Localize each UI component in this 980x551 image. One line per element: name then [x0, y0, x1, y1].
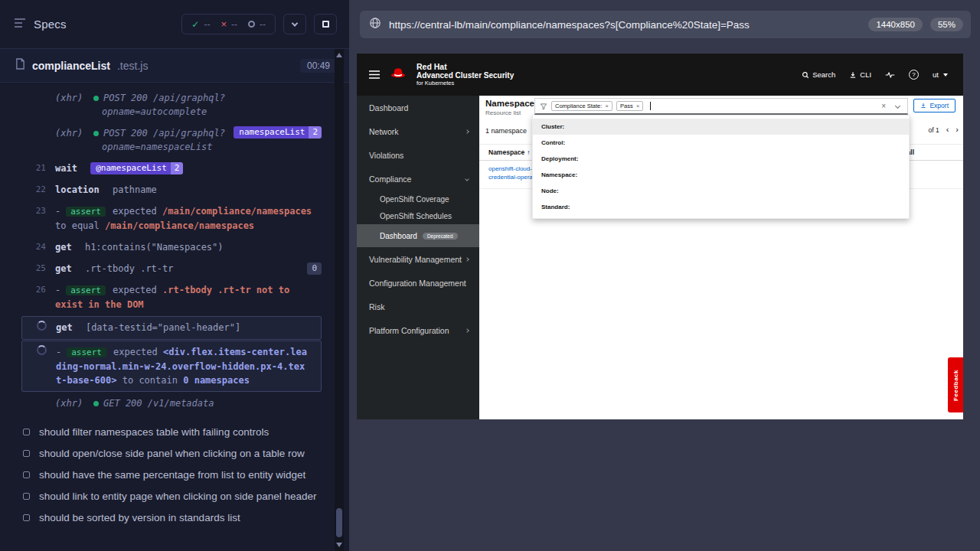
- export-button[interactable]: Export: [913, 99, 956, 112]
- pending-test-list: should filter namespaces table with fail…: [0, 422, 349, 529]
- nav-item-compliance-dashboard[interactable]: DashboardDeprecated: [357, 224, 479, 247]
- log-row-xhr-autocomplete[interactable]: (xhr) POST 200 /api/graphql? opname=auto…: [0, 87, 349, 122]
- aut-stage: https://central-lb/main/compliance/names…: [349, 0, 980, 551]
- line-gutter: [21, 396, 46, 410]
- log-row-assert-url[interactable]: 23 -assertexpected /main/compliance/name…: [0, 201, 349, 236]
- scroll-down-arrow-icon[interactable]: [336, 543, 342, 547]
- nav-item-risk[interactable]: Risk: [357, 295, 479, 318]
- test-state-icon: [23, 493, 30, 500]
- chevron-right-icon: [465, 257, 469, 262]
- log-row-assert-panel-active[interactable]: -assertexpected <div.flex.items-center.l…: [21, 341, 322, 392]
- alias-badge: @namespaceList2: [90, 162, 183, 174]
- log-row-wait[interactable]: 21 wait @namespaceList2: [0, 158, 349, 179]
- log-row-xhr-metadata[interactable]: (xhr) GET 200 /v1/metadata: [0, 393, 349, 414]
- nav-item-platform-configuration[interactable]: Platform Configuration: [357, 318, 479, 342]
- assert-dash: -: [55, 285, 60, 295]
- nav-item-configuration-management[interactable]: Configuration Management: [357, 271, 479, 295]
- assert-badge: assert: [66, 207, 106, 217]
- log-row-location[interactable]: 22 location pathname: [0, 179, 349, 201]
- filter-toolbar[interactable]: Compliance State:× Pass× ×: [534, 98, 908, 115]
- log-row-get-rows[interactable]: 25 get .rt-tbody .rt-tr 0: [0, 258, 349, 279]
- command-name: get: [55, 242, 72, 253]
- help-icon[interactable]: ?: [909, 70, 919, 80]
- pending-test[interactable]: should be sorted by version in standards…: [0, 507, 349, 529]
- scrollbar-thumb[interactable]: [336, 508, 342, 537]
- pending-test[interactable]: should open/close side panel when clicki…: [0, 443, 349, 465]
- column-namespace[interactable]: Namespace↑: [488, 148, 530, 156]
- passed-count: ✓--: [191, 19, 210, 30]
- url-bar[interactable]: https://central-lb/main/compliance/names…: [360, 11, 971, 38]
- spinner-icon: [37, 345, 47, 355]
- test-state-icon: [23, 429, 30, 435]
- nav-item-network[interactable]: Network: [357, 119, 479, 143]
- application-frame: Red Hat Advanced Cluster Security for Ku…: [357, 54, 963, 419]
- dropdown-item-control[interactable]: Control:: [533, 135, 909, 151]
- xhr-status: POST 200 /api/graphql?: [103, 126, 225, 140]
- pending-test[interactable]: should link to entity page when clicking…: [0, 486, 349, 507]
- nav-toggle-icon[interactable]: [369, 68, 380, 82]
- cli-download-button[interactable]: CLI: [849, 70, 871, 79]
- pending-test[interactable]: should have the same percentage from lis…: [0, 465, 349, 486]
- download-icon: [849, 71, 857, 79]
- log-row-get-panel-header-active[interactable]: get [data-testid="panel-header"]: [21, 316, 322, 340]
- close-icon[interactable]: ×: [605, 103, 609, 109]
- nav-item-vulnerability-management[interactable]: Vulnerability Management: [357, 247, 479, 271]
- xhr-status: POST 200 /api/graphql?: [103, 91, 225, 105]
- chevron-right-icon: [465, 129, 469, 134]
- dropdown-item-cluster[interactable]: Cluster:: [533, 119, 909, 135]
- element-count-badge: 0: [307, 262, 322, 275]
- download-icon: [920, 103, 926, 109]
- nav-item-violations[interactable]: Violations: [357, 143, 479, 167]
- spec-header[interactable]: complianceList .test.js 00:49: [0, 49, 349, 83]
- dropdown-item-node[interactable]: Node:: [533, 183, 909, 199]
- activity-icon[interactable]: [885, 71, 895, 79]
- dropdown-item-standard[interactable]: Standard:: [533, 199, 909, 215]
- test-stats: ✓-- ×-- --: [181, 14, 276, 34]
- next-page-button[interactable]: ›: [956, 126, 959, 134]
- filter-chip-compliance-state[interactable]: Compliance State:×: [551, 101, 612, 111]
- nav-item-dashboard[interactable]: Dashboard: [357, 96, 479, 119]
- spinner-icon: [37, 321, 47, 331]
- specs-title[interactable]: Specs: [34, 18, 67, 31]
- clear-filters-icon[interactable]: ×: [881, 102, 886, 110]
- stop-run-button[interactable]: [314, 14, 337, 34]
- collapse-all-button[interactable]: [283, 14, 306, 34]
- line-number: 22: [21, 183, 46, 197]
- pending-test[interactable]: should filter namespaces table with fail…: [0, 422, 349, 443]
- route-alias-badge: namespaceList2: [234, 126, 322, 139]
- line-gutter: [21, 91, 46, 119]
- log-row-get-h1[interactable]: 24 get h1:contains("Namespaces"): [0, 236, 349, 258]
- test-title: should have the same percentage from lis…: [39, 468, 305, 482]
- log-row-xhr-namespacelist[interactable]: (xhr) POST 200 /api/graphql? opname=name…: [0, 122, 349, 158]
- specs-menu-icon[interactable]: [14, 18, 26, 31]
- dropdown-item-namespace[interactable]: Namespace:: [533, 167, 909, 183]
- nav-item-openshift-coverage[interactable]: OpenShift Coverage: [357, 191, 479, 207]
- search-button[interactable]: Search: [802, 70, 835, 79]
- failed-count: ×--: [220, 18, 237, 30]
- user-menu[interactable]: ut: [933, 70, 948, 79]
- pending-circle-icon: [248, 21, 255, 28]
- spec-duration: 00:49: [300, 59, 337, 73]
- feedback-button[interactable]: Feedback: [948, 357, 963, 412]
- stop-icon: [322, 21, 329, 28]
- close-icon[interactable]: ×: [636, 103, 640, 109]
- caret-down-icon: [943, 73, 948, 77]
- spec-extension: .test.js: [117, 60, 148, 72]
- command-arg: pathname: [113, 184, 157, 195]
- command-log: (xhr) POST 200 /api/graphql? opname=auto…: [0, 83, 349, 414]
- zoom-badge: 55%: [930, 18, 963, 31]
- chevron-down-icon[interactable]: [895, 103, 900, 109]
- filter-chip-pass[interactable]: Pass×: [616, 101, 643, 111]
- sidebar-scrollbar[interactable]: [335, 49, 344, 551]
- test-title: should link to entity page when clicking…: [39, 490, 317, 504]
- log-row-assert-rows[interactable]: 26 -assertexpected .rt-tbody .rt-tr not …: [0, 279, 349, 315]
- page-content: Namespaces Resource list Export Complian…: [479, 96, 963, 419]
- nav-item-openshift-schedules[interactable]: OpenShift Schedules: [357, 207, 479, 224]
- nav-item-compliance[interactable]: Compliance: [357, 167, 479, 191]
- scroll-up-arrow-icon[interactable]: [336, 53, 342, 57]
- assert-badge: assert: [66, 285, 106, 295]
- check-icon: ✓: [191, 19, 199, 30]
- url-text[interactable]: https://central-lb/main/compliance/names…: [389, 19, 861, 31]
- dropdown-item-deployment[interactable]: Deployment:: [533, 151, 909, 167]
- prev-page-button[interactable]: ‹: [946, 126, 949, 134]
